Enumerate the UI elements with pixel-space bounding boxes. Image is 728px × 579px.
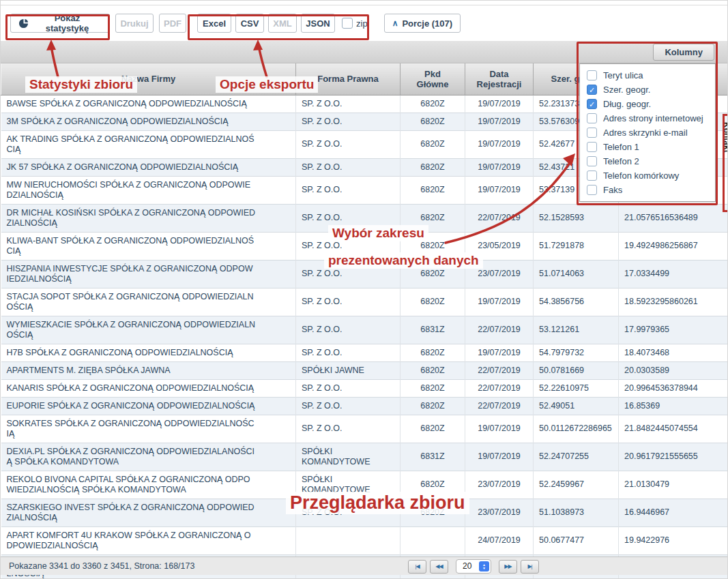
cell-name: SZARSKIEGO INVEST SPÓŁKA Z OGRANICZONĄ O… <box>1 499 296 526</box>
pagination-last-button[interactable]: ▶| <box>521 560 539 574</box>
cell-name: KLIWA-BANT SPÓŁKA Z OGRANICZONĄ ODPOWIED… <box>1 232 296 260</box>
cell-pkd <box>401 526 465 554</box>
pdf-button: PDF <box>159 14 186 33</box>
cell-data-rejestracji: 19/07/2019 <box>465 443 534 471</box>
cell-data-rejestracji: 23/07/2019 <box>465 499 534 526</box>
cell-dlug-geogr: 21.0130479 <box>619 471 728 499</box>
cell-name: KANARIS SPÓŁKA Z OGRANICZONĄ ODPOWIEDZIA… <box>1 379 296 397</box>
stats-annotation-box <box>5 14 110 40</box>
cell-forma-prawna <box>296 526 401 554</box>
cell-pkd: 6820Z <box>401 130 465 158</box>
cell-dlug-geogr: 20.9964536378944 <box>619 379 728 397</box>
cell-data-rejestracji: 19/07/2019 <box>465 158 534 176</box>
page-size-select[interactable]: 20 ▲▼ <box>456 559 491 574</box>
cell-pkd: 6820Z <box>401 361 465 379</box>
cell-forma-prawna: SP. Z O.O. <box>296 379 401 397</box>
table-row[interactable]: H7B SPÓŁKA Z OGRANICZONĄ ODPOWIEDZIALNOŚ… <box>1 344 728 361</box>
cell-name: JK 57 SPÓŁKA Z OGRANICZONĄ ODPOWIEDZIALN… <box>1 158 296 176</box>
cell-data-rejestracji: 24/07/2019 <box>465 526 534 554</box>
cell-szer-geogr: 52.2459967 <box>534 471 619 499</box>
pagination-next-button[interactable]: ▶▶ <box>499 560 517 574</box>
cell-pkd: 6820Z <box>401 415 465 443</box>
cell-name: H7B SPÓŁKA Z OGRANICZONĄ ODPOWIEDZIALNOŚ… <box>1 344 296 361</box>
cell-name: EUPORIE SPÓŁKA Z OGRANICZONĄ ODPOWIEDZIA… <box>1 397 296 415</box>
cell-szer-geogr: 50.0781669 <box>534 361 619 379</box>
cell-data-rejestracji: 19/07/2019 <box>465 95 534 113</box>
cell-forma-prawna: SPÓŁKI JAWNE <box>296 361 401 379</box>
col-pkd-glowne[interactable]: Pkd Główne <box>401 63 465 95</box>
cell-name: STACJA SOPOT SPÓŁKA Z OGRANICZONĄ ODPOWI… <box>1 288 296 316</box>
cell-forma-prawna: SP. Z O.O. <box>296 176 401 204</box>
cell-data-rejestracji: 22/07/2019 <box>465 204 534 232</box>
cell-data-rejestracji: 19/07/2019 <box>465 113 534 130</box>
table-row[interactable]: APARTMENTS M. ZIĘBA SPÓŁKA JAWNASPÓŁKI J… <box>1 361 728 379</box>
table-row[interactable]: KANARIS SPÓŁKA Z OGRANICZONĄ ODPOWIEDZIA… <box>1 379 728 397</box>
cell-pkd: 6820Z <box>401 344 465 361</box>
cell-dlug-geogr: 16.9446967 <box>619 499 728 526</box>
pagination-first-button[interactable]: |◀ <box>408 560 426 574</box>
cell-name: AK TRADING SPÓŁKA Z OGRANICZONĄ ODPOWIED… <box>1 130 296 158</box>
cell-name: SOKRATES SPÓŁKA Z OGRANICZONĄ ODPOWIEDZI… <box>1 415 296 443</box>
cell-dlug-geogr: 16.85369 <box>619 397 728 415</box>
cell-forma-prawna: SP. Z O.O. <box>296 415 401 443</box>
cell-forma-prawna: SP. Z O.O. <box>296 130 401 158</box>
annotation-opcje-eksportu: Opcje eksportu <box>216 76 318 93</box>
pagination-prev-button[interactable]: ◀◀ <box>430 560 448 574</box>
dataset-browser: Pokaż statystykę Drukuj PDF Excel CSV XM… <box>0 0 728 579</box>
cell-szer-geogr: 54.3856756 <box>534 288 619 316</box>
annotation-wybor-zakresu: Wybór zakresu <box>328 225 428 241</box>
cell-pkd: 6820Z <box>401 113 465 130</box>
cell-dlug-geogr: 19.9422976 <box>619 526 728 554</box>
pagination-footer: Pokazane 3341 do 3360 z 3451, Strona: 16… <box>1 556 727 575</box>
cell-data-rejestracji: 19/07/2019 <box>465 344 534 361</box>
cell-pkd: 6820Z <box>401 288 465 316</box>
cell-forma-prawna: SP. Z O.O. <box>296 288 401 316</box>
cell-szer-geogr: 52.49051 <box>534 397 619 415</box>
cell-szer-geogr: 51.1038973 <box>534 499 619 526</box>
annotation-prezentowanych-danych: prezentowanych danych <box>324 252 483 269</box>
col-data-rejestracji[interactable]: Data Rejestracji <box>465 63 534 95</box>
cell-data-rejestracji: 22/07/2019 <box>465 397 534 415</box>
portions-button[interactable]: ∧ Porcje (107) <box>384 14 461 33</box>
page-size-value: 20 <box>463 561 471 571</box>
cell-szer-geogr: 50.0677477 <box>534 526 619 554</box>
cell-name: DEXIA.PL SPÓŁKA Z OGRANICZONĄ ODPOWIEDZI… <box>1 443 296 471</box>
cell-dlug-geogr: 19.4924986256867 <box>619 232 728 260</box>
cell-forma-prawna: SPÓŁKI KOMANDYTOWE <box>296 443 401 471</box>
table-row[interactable]: APART KOMFORT 4U KRAKOW SPÓŁKA Z OGRANIC… <box>1 526 728 554</box>
cell-szer-geogr: 51.0714063 <box>534 260 619 288</box>
cell-szer-geogr: 51.7291878 <box>534 232 619 260</box>
cell-forma-prawna: SP. Z O.O. <box>296 344 401 361</box>
cell-name: DR MICHAŁ KOSIŃSKI SPÓŁKA Z OGRANICZONĄ … <box>1 204 296 232</box>
cell-forma-prawna: SP. Z O.O. <box>296 113 401 130</box>
cell-szer-geogr: 53.121261 <box>534 316 619 344</box>
cell-data-rejestracji: 19/07/2019 <box>465 288 534 316</box>
cell-szer-geogr: 52.1528593 <box>534 204 619 232</box>
select-stepper-icon: ▲▼ <box>479 561 489 571</box>
chevron-up-icon: ∧ <box>392 18 398 28</box>
cell-forma-prawna: SP. Z O.O. <box>296 397 401 415</box>
cell-data-rejestracji: 19/07/2019 <box>465 415 534 443</box>
cell-forma-prawna: SP. Z O.O. <box>296 158 401 176</box>
cell-name: APARTMENTS M. ZIĘBA SPÓŁKA JAWNA <box>1 361 296 379</box>
cell-pkd: 6820Z <box>401 95 465 113</box>
table-row[interactable]: DEXIA.PL SPÓŁKA Z OGRANICZONĄ ODPOWIEDZI… <box>1 443 728 471</box>
cell-name: APART KOMFORT 4U KRAKOW SPÓŁKA Z OGRANIC… <box>1 526 296 554</box>
cell-szer-geogr: 50.0112672286965 <box>534 415 619 443</box>
table-row[interactable]: STACJA SOPOT SPÓŁKA Z OGRANICZONĄ ODPOWI… <box>1 288 728 316</box>
cell-data-rejestracji: 23/07/2019 <box>465 471 534 499</box>
table-row[interactable]: SOKRATES SPÓŁKA Z OGRANICZONĄ ODPOWIEDZI… <box>1 415 728 443</box>
cell-data-rejestracji: 22/07/2019 <box>465 379 534 397</box>
pager: |◀ ◀◀ 20 ▲▼ ▶▶ ▶| <box>408 559 539 574</box>
table-row[interactable]: WYMIESZKACIE SPÓŁKA Z OGRANICZONĄ ODPOWI… <box>1 316 728 344</box>
columns-annotation-box <box>577 42 718 205</box>
cell-name: REKOLO BIVONA CAPITAL SPÓŁKA Z OGRANICZO… <box>1 471 296 499</box>
cell-pkd: 6820Z <box>401 397 465 415</box>
cell-dlug-geogr: 21.8482445074554 <box>619 415 728 443</box>
table-row[interactable]: EUPORIE SPÓŁKA Z OGRANICZONĄ ODPOWIEDZIA… <box>1 397 728 415</box>
cell-name: MW NIERUCHOMOŚCI SPÓŁKA Z OGRANICZONĄ OD… <box>1 176 296 204</box>
window-top-edge <box>1 1 727 5</box>
cell-data-rejestracji: 19/07/2019 <box>465 130 534 158</box>
cell-name: WYMIESZKACIE SPÓŁKA Z OGRANICZONĄ ODPOWI… <box>1 316 296 344</box>
cell-dlug-geogr: 17.0334499 <box>619 260 728 288</box>
